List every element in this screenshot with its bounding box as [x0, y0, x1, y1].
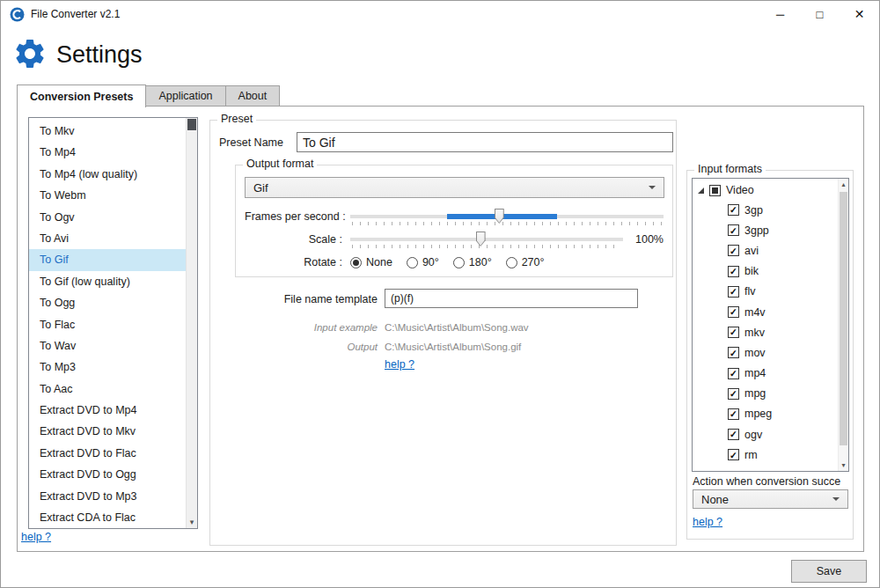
settings-header: Settings [12, 36, 143, 74]
radio-icon[interactable] [350, 257, 362, 268]
format-checkbox[interactable]: ✓ [728, 388, 739, 400]
preset-list-item[interactable]: To Wav [29, 335, 197, 356]
file-name-template-input[interactable] [385, 289, 638, 308]
preset-list-scrollbar[interactable]: ▾ [186, 118, 197, 528]
rotate-option[interactable]: 270° [506, 256, 545, 268]
format-checkbox[interactable]: ✓ [728, 204, 739, 216]
presets-help-link[interactable]: help ? [21, 531, 51, 543]
format-checkbox[interactable]: ✓ [728, 347, 739, 358]
format-checkbox[interactable]: ✓ [728, 306, 739, 318]
tab-about[interactable]: About [225, 85, 281, 106]
fps-row: Frames per second : [245, 207, 664, 226]
preset-list-item[interactable]: To Flac [29, 314, 197, 335]
close-button[interactable]: ✕ [840, 1, 879, 27]
fps-slider[interactable] [350, 207, 664, 226]
template-help-link[interactable]: help ? [385, 358, 414, 371]
format-label: 3gp [744, 204, 763, 217]
scroll-thumb[interactable] [840, 192, 847, 445]
format-label: flv [744, 285, 756, 298]
preset-list-item[interactable]: Extract CDA to Flac [29, 507, 197, 528]
formats-help-link[interactable]: help ? [693, 516, 722, 528]
preset-list-item[interactable]: To Webm [29, 185, 197, 206]
output-example-label: Output [261, 342, 378, 352]
conversion-action-value: None [701, 493, 729, 506]
minimize-button[interactable]: ─ [760, 1, 800, 27]
rotate-option[interactable]: 180° [453, 256, 492, 268]
output-format-groupbox: Output format Gif Frames per second : Sc… [235, 165, 673, 277]
save-button[interactable]: Save [791, 560, 867, 583]
format-checkbox[interactable]: ✓ [728, 286, 739, 298]
output-format-dropdown[interactable]: Gif [245, 177, 664, 198]
tab-conversion-presets[interactable]: Conversion Presets [17, 85, 146, 107]
format-item-row: ✓rm [693, 445, 848, 465]
preset-name-label: Preset Name [219, 136, 283, 149]
scroll-down-icon[interactable]: ▾ [839, 459, 848, 471]
scale-slider-track [350, 238, 623, 241]
preset-name-input[interactable] [297, 132, 673, 152]
preset-list-item[interactable]: To Ogg [29, 292, 197, 313]
format-tree-root[interactable]: Video [693, 179, 848, 200]
format-checkbox[interactable]: ✓ [728, 266, 739, 277]
preset-list-item[interactable]: Extract DVD to Ogg [29, 464, 197, 485]
preset-list-item[interactable]: To Mp4 (low quality) [29, 164, 197, 185]
rotate-option-label: 270° [522, 256, 545, 268]
format-checkbox[interactable]: ✓ [728, 224, 739, 236]
format-label: mpeg [744, 408, 772, 420]
tab-application[interactable]: Application [145, 85, 225, 106]
conversion-action-dropdown[interactable]: None [693, 489, 848, 509]
preset-list-item[interactable]: To Ogv [29, 207, 197, 228]
app-icon [10, 7, 25, 22]
radio-icon[interactable] [453, 257, 465, 268]
preset-groupbox: Preset Preset Name Output format Gif Fra… [209, 120, 677, 546]
preset-list-item[interactable]: To Mkv [29, 121, 197, 142]
preset-list-item[interactable]: Extract DVD to Mkv [29, 421, 197, 442]
format-checkbox[interactable]: ✓ [728, 245, 739, 256]
preset-list-item[interactable]: Extract DVD to Flac [29, 443, 197, 464]
output-format-group-label: Output format [243, 158, 317, 170]
format-checkbox[interactable]: ✓ [728, 327, 739, 338]
format-item-row: ✓avi [693, 240, 848, 261]
preset-listbox: To MkvTo Mp4To Mp4 (low quality)To WebmT… [28, 117, 198, 529]
format-checkbox[interactable]: ✓ [728, 408, 739, 420]
rotate-option[interactable]: None [350, 256, 392, 268]
preset-list-item[interactable]: To Aac [29, 379, 197, 400]
format-item-row: ✓flv [693, 282, 848, 302]
video-group-checkbox[interactable] [709, 185, 721, 196]
preset-list-item[interactable]: Extract DVD to Mp4 [29, 400, 197, 421]
rotate-option[interactable]: 90° [407, 256, 439, 268]
preset-list-item[interactable]: To Mp3 [29, 356, 197, 378]
chevron-down-icon [832, 497, 840, 501]
input-example-value: C:\Music\Artist\Album\Song.wav [385, 322, 529, 333]
format-item-row: ✓mp4 [693, 364, 848, 384]
format-checkbox[interactable]: ✓ [728, 368, 739, 379]
radio-icon[interactable] [506, 257, 517, 268]
format-checkbox[interactable]: ✓ [728, 449, 739, 460]
preset-list-item[interactable]: To Mp4 [29, 142, 197, 163]
maximize-button[interactable]: □ [800, 1, 840, 27]
fps-slider-ticks [352, 222, 662, 225]
file-name-template-label: File name template [268, 293, 378, 305]
scroll-thumb[interactable] [187, 119, 196, 130]
scale-slider[interactable] [350, 230, 623, 249]
format-tree-scrollbar[interactable]: ▴ ▾ [838, 179, 848, 471]
format-tree: Video ✓3gp✓3gpp✓avi✓bik✓flv✓m4v✓mkv✓mov✓… [692, 178, 849, 472]
scroll-down-icon[interactable]: ▾ [187, 516, 197, 528]
format-item-row: ✓3gpp [693, 220, 848, 240]
radio-icon[interactable] [407, 257, 418, 268]
scroll-up-icon[interactable]: ▴ [839, 179, 848, 190]
conversion-action-label: Action when conversion succe [693, 475, 852, 488]
preset-list-item[interactable]: Extract DVD to Mp3 [29, 486, 197, 507]
window-controls: ─ □ ✕ [760, 1, 879, 27]
expander-icon[interactable] [698, 187, 704, 194]
scale-label: Scale : [245, 233, 350, 246]
preset-list-item[interactable]: To Avi [29, 228, 197, 249]
chevron-down-icon [649, 186, 656, 189]
rotate-label: Rotate : [245, 256, 350, 268]
format-checkbox[interactable]: ✓ [728, 429, 739, 440]
format-item-row: ✓mov [693, 342, 848, 363]
fps-label: Frames per second : [245, 210, 350, 223]
format-item-row: ✓m4v [693, 302, 848, 322]
rotate-option-label: None [366, 256, 392, 268]
preset-list-item[interactable]: To Gif (low quality) [29, 271, 197, 292]
preset-list-item[interactable]: To Gif [29, 249, 197, 270]
